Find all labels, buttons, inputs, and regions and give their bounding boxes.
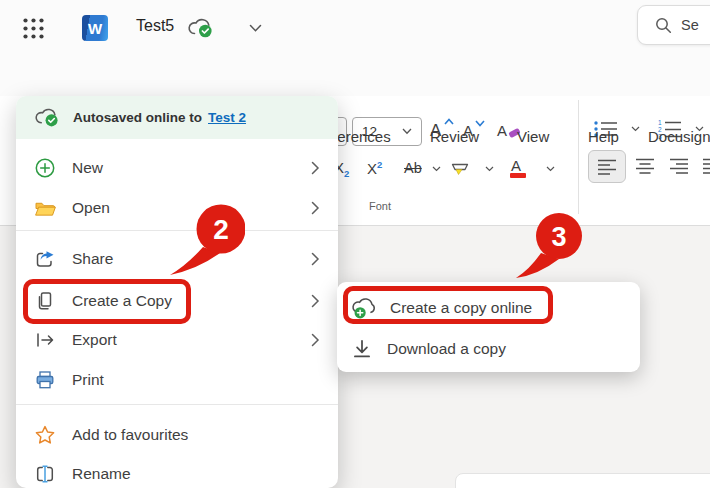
autosave-cloud-check-icon — [186, 17, 214, 39]
autosave-status-band: Autosaved online toTest 2 — [16, 96, 338, 139]
tab-review[interactable]: Review — [430, 128, 479, 145]
tab-view[interactable]: View — [517, 128, 549, 145]
strikethrough-chevron-icon[interactable] — [432, 166, 441, 172]
submenu-chevron-icon — [311, 252, 320, 266]
strikethrough-button[interactable]: Ab — [404, 161, 422, 176]
menu-item-add-to-favourites[interactable]: Add to favourites — [16, 415, 338, 455]
search-input[interactable]: Se — [637, 5, 710, 45]
menu-divider — [16, 404, 338, 405]
export-icon — [33, 329, 57, 351]
submenu-chevron-icon — [311, 294, 320, 308]
font-color-swatch — [510, 173, 526, 178]
submenu-chevron-icon — [311, 201, 320, 215]
menu-item-new[interactable]: New — [16, 148, 338, 188]
highlight-box-create-a-copy — [23, 279, 191, 324]
font-color-button[interactable]: A — [511, 158, 521, 173]
callout-balloon-step-2: 2 — [165, 203, 245, 281]
autosave-cloud-check-icon — [33, 107, 60, 128]
share-icon — [33, 248, 57, 270]
highlight-box-create-copy-online — [343, 286, 553, 324]
rename-icon — [33, 463, 57, 485]
word-app-icon[interactable]: W — [82, 15, 108, 41]
font-group-label: Font — [350, 200, 410, 212]
app-launcher-grid-icon[interactable] — [22, 17, 45, 40]
font-size-chevron-icon — [402, 128, 412, 135]
submenu-item-download-a-copy[interactable]: Download a copy — [337, 328, 640, 370]
print-icon — [33, 369, 57, 391]
align-center-button[interactable] — [634, 157, 656, 175]
word-app-window: W Test5 Se File Home Insert — [0, 0, 710, 488]
submenu-chevron-icon — [311, 161, 320, 175]
document-page[interactable]: tttttt — [455, 473, 710, 488]
callout-number-2: 2 — [213, 214, 229, 245]
menu-item-export[interactable]: Export — [16, 320, 338, 360]
document-title[interactable]: Test5 — [136, 17, 174, 35]
text-highlight-button[interactable] — [449, 158, 471, 177]
search-placeholder-text: Se — [681, 17, 699, 33]
callout-number-3: 3 — [551, 222, 566, 252]
align-justify-button[interactable] — [701, 157, 710, 175]
star-icon — [33, 424, 57, 446]
menu-item-rename[interactable]: Rename — [16, 454, 338, 488]
open-folder-icon — [33, 199, 57, 218]
align-left-button-selected[interactable] — [588, 150, 626, 183]
download-icon — [350, 337, 374, 361]
title-chevron-down-icon[interactable] — [249, 24, 262, 33]
autosave-file-link[interactable]: Test 2 — [208, 110, 246, 125]
submenu-chevron-icon — [311, 333, 320, 347]
title-bar: W Test5 Se — [0, 0, 710, 60]
bullet-list-chevron-icon[interactable] — [631, 126, 640, 132]
ribbon-tab-bar: File Home Insert Layout References Revie… — [0, 60, 710, 96]
callout-balloon-step-3: 3 — [505, 211, 585, 283]
align-left-icon — [596, 158, 618, 176]
highlight-chevron-icon[interactable] — [485, 166, 494, 172]
tab-help[interactable]: Help — [588, 128, 619, 145]
search-icon — [655, 17, 672, 34]
autosave-status-text: Autosaved online toTest 2 — [73, 110, 246, 125]
new-icon — [33, 157, 57, 179]
superscript-button[interactable]: X2 — [367, 160, 382, 176]
font-color-chevron-icon[interactable] — [546, 166, 555, 172]
svg-text:1: 1 — [658, 119, 662, 126]
ribbon-group-divider — [578, 100, 579, 214]
menu-item-print[interactable]: Print — [16, 360, 338, 400]
align-right-button[interactable] — [668, 157, 690, 175]
clear-formatting-button[interactable]: A — [497, 123, 507, 138]
tab-docusign[interactable]: Docusign — [648, 128, 710, 145]
